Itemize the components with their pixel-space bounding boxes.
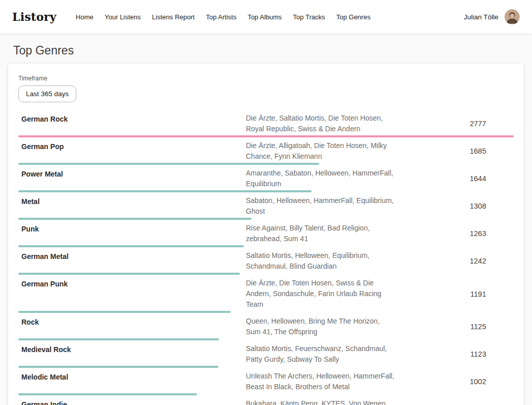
genre-row: German PopDie Ärzte, Alligatoah, Die Tot… <box>18 137 514 165</box>
genre-artists: Sabaton, Helloween, HammerFall, Equilibr… <box>246 195 395 217</box>
genre-count: 1685 <box>395 147 514 155</box>
genre-row: German PunkDie Ärzte, Die Toten Hosen, S… <box>18 275 514 313</box>
genre-name: Power Metal <box>18 168 246 189</box>
genre-row: RockQueen, Helloween, Bring Me The Horiz… <box>18 313 514 340</box>
genre-row: MetalSabaton, Helloween, HammerFall, Equ… <box>18 192 514 220</box>
genre-name: Rock <box>18 316 246 337</box>
app-window: Listory HomeYour ListensListens ReportTo… <box>0 0 532 405</box>
genre-count: 1123 <box>395 350 514 358</box>
brand-logo[interactable]: Listory <box>12 10 57 23</box>
nav-link-top-tracks[interactable]: Top Tracks <box>293 13 325 21</box>
nav-link-your-listens[interactable]: Your Listens <box>105 13 141 21</box>
genre-artists: Bukahara, Käptn Peng, KYTES, Von Wegen L… <box>246 398 395 405</box>
top-genres-card: Timeframe Last 365 days German RockDie Ä… <box>8 64 524 405</box>
user-menu[interactable]: Julian Tölle <box>464 9 520 24</box>
genre-name: Medieval Rock <box>18 343 246 365</box>
genre-name: German Punk <box>18 278 246 310</box>
genre-count: 1002 <box>395 378 514 386</box>
main-content: Top Genres Timeframe Last 365 days Germa… <box>0 44 532 405</box>
genre-count: 1263 <box>395 229 514 238</box>
genre-table: German RockDie Ärzte, Saltatio Mortis, D… <box>18 110 514 405</box>
genre-row: Medieval RockSaltatio Mortis, Feuerschwa… <box>18 340 514 368</box>
timeframe-select[interactable]: Last 365 days <box>18 85 76 102</box>
genre-name: German Metal <box>18 250 246 272</box>
genre-artists: Saltatio Mortis, Feuerschwanz, Schandmau… <box>246 343 395 365</box>
genre-artists: Die Ärzte, Alligatoah, Die Toten Hosen, … <box>246 140 395 162</box>
avatar-photo-icon <box>505 9 520 24</box>
genre-artists: Rise Against, Billy Talent, Bad Religion… <box>246 223 395 244</box>
genre-artists: Die Ärzte, Die Toten Hosen, Swiss & Die … <box>246 278 395 310</box>
top-nav: Listory HomeYour ListensListens ReportTo… <box>0 0 532 34</box>
genre-artists: Saltatio Mortis, Helloween, Equilibrium,… <box>246 250 395 272</box>
genre-count: 1191 <box>395 290 514 298</box>
nav-link-top-artists[interactable]: Top Artists <box>206 13 236 21</box>
user-avatar[interactable] <box>505 9 520 24</box>
genre-name: German Indie <box>18 398 246 405</box>
genre-artists: Queen, Helloween, Bring Me The Horizon, … <box>246 316 395 337</box>
nav-link-listens-report[interactable]: Listens Report <box>152 13 195 21</box>
timeframe-label: Timeframe <box>18 75 514 82</box>
genre-count: 2777 <box>395 120 514 128</box>
genre-count: 1644 <box>395 175 514 183</box>
genre-row: PunkRise Against, Billy Talent, Bad Reli… <box>18 220 514 247</box>
genre-artists: Amaranthe, Sabaton, Helloween, HammerFal… <box>246 168 395 189</box>
genre-name: German Pop <box>18 140 246 162</box>
genre-name: German Rock <box>18 113 246 134</box>
genre-row: Power MetalAmaranthe, Sabaton, Helloween… <box>18 165 514 192</box>
user-name: Julian Tölle <box>464 13 498 21</box>
genre-count: 1125 <box>395 323 514 331</box>
nav-link-top-genres[interactable]: Top Genres <box>336 13 370 21</box>
genre-count: 1308 <box>395 202 514 210</box>
genre-row: German MetalSaltatio Mortis, Helloween, … <box>18 247 514 275</box>
genre-row: Melodic MetalUnleash The Archers, Hellow… <box>18 368 514 395</box>
nav-link-top-albums[interactable]: Top Albums <box>247 13 282 21</box>
genre-row: German IndieBukahara, Käptn Peng, KYTES,… <box>18 395 514 405</box>
main-nav: HomeYour ListensListens ReportTop Artist… <box>76 13 371 21</box>
genre-artists: Die Ärzte, Saltatio Mortis, Die Toten Ho… <box>246 113 395 134</box>
genre-count: 1242 <box>395 257 514 265</box>
genre-artists: Unleash The Archers, Helloween, HammerFa… <box>246 371 395 392</box>
genre-row: German RockDie Ärzte, Saltatio Mortis, D… <box>18 110 514 137</box>
genre-name: Punk <box>18 223 246 244</box>
nav-link-home[interactable]: Home <box>76 13 94 21</box>
genre-name: Melodic Metal <box>18 371 246 392</box>
genre-name: Metal <box>18 195 246 217</box>
page-title: Top Genres <box>13 44 519 57</box>
